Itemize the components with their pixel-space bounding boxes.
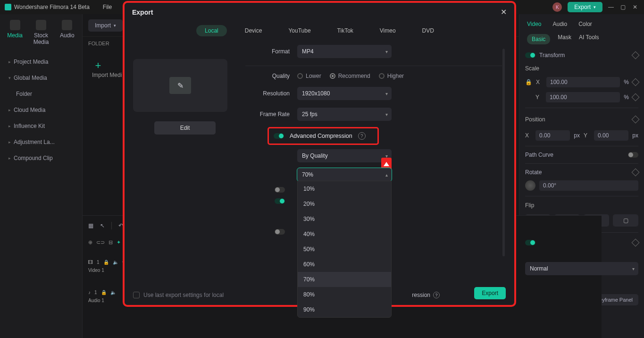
extra-toggle-2[interactable] bbox=[275, 198, 285, 204]
quality-pct-select[interactable]: 70%▴ bbox=[297, 168, 392, 181]
lock-aspect-icon[interactable]: 🔒 bbox=[525, 79, 532, 85]
marker-icon[interactable]: ✦ bbox=[117, 239, 121, 245]
close-icon[interactable]: ✕ bbox=[501, 8, 507, 17]
main-menu: File bbox=[103, 4, 112, 10]
menu-file[interactable]: File bbox=[103, 4, 112, 10]
quality-lower[interactable]: Lower bbox=[297, 73, 321, 79]
lock-icon[interactable]: 🔒 bbox=[103, 260, 109, 265]
extra-toggle-3[interactable] bbox=[275, 229, 285, 235]
preview-thumbnail: ✎ bbox=[133, 59, 227, 112]
audio-icon bbox=[62, 20, 72, 30]
sidebar-item-global[interactable]: ▾Global Media bbox=[0, 70, 82, 86]
tab-vimeo[interactable]: Vimeo bbox=[371, 25, 404, 36]
opt-20[interactable]: 20% bbox=[298, 196, 391, 211]
tab-audio[interactable]: Audio bbox=[56, 20, 78, 45]
export-dialog: Export ✕ Local Device YouTube TikTok Vim… bbox=[125, 3, 514, 305]
edit-button[interactable]: Edit bbox=[154, 121, 216, 135]
transform-toggle[interactable] bbox=[525, 52, 535, 58]
opt-30[interactable]: 30% bbox=[298, 211, 391, 227]
add-track-icon[interactable]: ⊕ bbox=[88, 239, 92, 245]
app-logo bbox=[5, 4, 11, 10]
grid-icon[interactable]: ▦ bbox=[88, 222, 93, 229]
tab-media[interactable]: Media bbox=[4, 20, 26, 45]
tab-device[interactable]: Device bbox=[236, 25, 271, 36]
help-icon[interactable]: ? bbox=[358, 132, 366, 140]
avatar[interactable]: K bbox=[552, 2, 562, 12]
sidebar-item-project[interactable]: ▸Project Media bbox=[0, 54, 82, 70]
tab-video[interactable]: Video bbox=[527, 21, 541, 27]
pointer-icon[interactable]: ↖ bbox=[100, 222, 105, 229]
plus-icon[interactable]: + bbox=[92, 59, 104, 72]
help-icon[interactable]: ? bbox=[433, 292, 440, 298]
app-name: Wondershare Filmora 14 Beta bbox=[14, 4, 90, 10]
keyframe-icon[interactable] bbox=[632, 239, 640, 247]
export-button-top[interactable]: Export▾ bbox=[568, 2, 602, 12]
subtab-mask[interactable]: Mask bbox=[558, 34, 571, 44]
keyframe-icon[interactable] bbox=[632, 51, 640, 59]
quality-recommend[interactable]: Recommend bbox=[330, 73, 370, 79]
opt-60[interactable]: 60% bbox=[298, 257, 391, 272]
extra-toggle-1[interactable] bbox=[275, 187, 285, 193]
sidebar-item-folder[interactable]: Folder bbox=[0, 86, 82, 102]
minimize-icon[interactable]: — bbox=[608, 4, 615, 10]
scale-y-input[interactable]: 100.00 bbox=[546, 92, 620, 102]
tab-local[interactable]: Local bbox=[196, 25, 227, 36]
undo-icon[interactable]: ↶ bbox=[118, 222, 123, 229]
dialog-title: Export bbox=[132, 8, 153, 16]
scale-x-input[interactable]: 100.00 bbox=[546, 77, 620, 87]
sidebar-item-influence[interactable]: ▸Influence Kit bbox=[0, 118, 82, 134]
blend-select[interactable]: Normal▾ bbox=[525, 262, 638, 275]
resolution-select[interactable]: 1920x1080▾ bbox=[297, 87, 392, 100]
tab-color[interactable]: Color bbox=[578, 21, 592, 27]
export-button[interactable]: Export bbox=[474, 287, 506, 299]
film-icon: 🎞 bbox=[88, 260, 93, 265]
keyframe-icon[interactable] bbox=[632, 78, 640, 86]
keyframe-icon[interactable] bbox=[632, 116, 640, 124]
sidebar-item-compound[interactable]: ▸Compound Clip bbox=[0, 150, 82, 166]
sidebar-item-cloud[interactable]: ▸Cloud Media bbox=[0, 102, 82, 118]
import-button[interactable]: Import▾ bbox=[88, 19, 123, 32]
opt-10[interactable]: 10% bbox=[298, 181, 391, 196]
subtab-aitools[interactable]: AI Tools bbox=[579, 34, 599, 44]
opt-90[interactable]: 90% bbox=[298, 302, 391, 317]
link-icon[interactable]: ⊂⊃ bbox=[96, 239, 105, 245]
rotate-input[interactable]: 0.00° bbox=[539, 180, 638, 191]
subtab-basic[interactable]: Basic bbox=[527, 34, 550, 44]
export-tabs: Local Device YouTube TikTok Vimeo DVD bbox=[125, 21, 514, 41]
mute-icon[interactable]: 🔈 bbox=[113, 260, 118, 265]
use-last-settings-checkbox[interactable] bbox=[133, 292, 140, 298]
tab-audio-r[interactable]: Audio bbox=[552, 21, 567, 27]
format-select[interactable]: MP4▾ bbox=[297, 45, 392, 58]
keyframe-icon[interactable] bbox=[632, 93, 640, 101]
opt-70[interactable]: 70% bbox=[298, 272, 391, 287]
opt-80[interactable]: 80% bbox=[298, 287, 391, 302]
rotate-dial[interactable] bbox=[525, 180, 535, 191]
lock-icon[interactable]: 🔒 bbox=[101, 290, 107, 295]
compression-mode-select[interactable]: By Quality▾ bbox=[297, 149, 392, 162]
mute-icon[interactable]: 🔈 bbox=[110, 290, 116, 295]
tab-stock[interactable]: Stock Media bbox=[30, 20, 52, 45]
flip-4-button[interactable]: ▢ bbox=[613, 214, 638, 227]
tab-dvd[interactable]: DVD bbox=[414, 25, 443, 36]
opt-50[interactable]: 50% bbox=[298, 242, 391, 257]
keyframe-icon[interactable] bbox=[632, 169, 640, 177]
pos-x-input[interactable]: 0.00 bbox=[535, 130, 570, 141]
sidebar-item-adjustment[interactable]: ▸Adjustment La... bbox=[0, 134, 82, 150]
advanced-compression-row: Advanced Compression ? bbox=[269, 128, 377, 144]
opt-40[interactable]: 40% bbox=[298, 227, 391, 242]
close-window-icon[interactable]: ✕ bbox=[633, 4, 639, 10]
mic-icon[interactable]: ⊟ bbox=[109, 239, 113, 245]
stock-icon bbox=[36, 20, 46, 30]
scrollbar[interactable] bbox=[502, 49, 505, 256]
pathcurve-toggle[interactable] bbox=[628, 152, 638, 158]
tab-tiktok[interactable]: TikTok bbox=[329, 25, 362, 36]
compositing-toggle[interactable] bbox=[525, 240, 535, 245]
pos-y-input[interactable]: 0.00 bbox=[594, 130, 628, 141]
adv-compression-toggle[interactable] bbox=[274, 133, 284, 139]
tab-youtube[interactable]: YouTube bbox=[280, 25, 319, 36]
framerate-select[interactable]: 25 fps▾ bbox=[297, 108, 392, 121]
note-icon: ♪ bbox=[88, 290, 91, 295]
maximize-icon[interactable]: ▢ bbox=[620, 4, 627, 10]
quality-higher[interactable]: Higher bbox=[379, 73, 404, 79]
pct-dropdown: 10% 20% 30% 40% 50% 60% 70% 80% 90% bbox=[297, 181, 392, 318]
